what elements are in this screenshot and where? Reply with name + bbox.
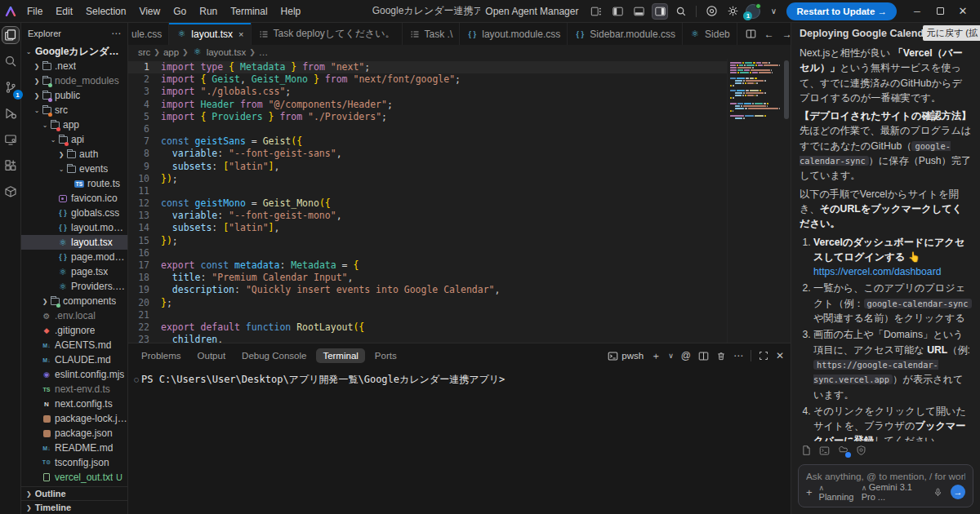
code-line-4[interactable]: 4import Header from "@/components/Header… [128,99,727,111]
terminal-dropdown-icon[interactable]: ∨ [668,352,674,360]
breadcrumb-item[interactable]: layout.tsx [207,47,247,57]
editor-tab-layout.module.css[interactable]: { }layout.module.css [460,23,568,45]
navigate-back-icon[interactable]: ← [764,29,774,40]
split-editor-icon[interactable] [746,29,756,39]
restore-button[interactable] [929,2,951,20]
new-terminal-button[interactable]: ＋ [651,349,661,363]
code-line-14[interactable]: 14subsets: ["latin"], [128,222,727,234]
feedback-icon[interactable] [703,3,719,20]
terminal-at-icon[interactable]: @ [681,350,691,361]
tree-item-globals.css[interactable]: { }globals.css [21,206,127,220]
split-terminal-icon[interactable] [698,351,709,361]
code-line-19[interactable]: 19description: "Quickly insert events in… [128,284,727,296]
chevron-down-icon[interactable]: ∨ [765,3,782,20]
breadcrumb-item[interactable]: … [259,47,269,57]
code-line-5[interactable]: 5import { Providers } from "./Providers"… [128,111,727,123]
open-agent-manager-button[interactable]: Open Agent Manager [480,4,583,19]
code-line-21[interactable]: 21 [128,309,727,321]
mic-icon[interactable] [933,487,942,498]
source-control-icon[interactable]: 1 [2,78,20,96]
tree-item-next.config.ts[interactable]: Nnext.config.ts [21,397,127,411]
editor-tab-taskdeploy[interactable]: Task deployしてください。 [252,23,403,45]
vercel-dashboard-link[interactable]: https://vercel.com/dashboard [813,266,942,277]
tree-item-api[interactable]: ⌄api [21,132,127,147]
menu-terminal[interactable]: Terminal [225,3,273,20]
maximize-panel-icon[interactable] [759,351,768,361]
toggle-secondary-sidebar-icon[interactable] [652,3,668,20]
panel-tab-problems[interactable]: Problems [135,348,188,363]
agent-chat-input[interactable]: Ask anything, @ to mention, / for workfl… [798,464,973,507]
editor-tab-sidebar.module.css[interactable]: { }Sidebar.module.css [568,23,683,45]
timeline-section[interactable]: ❯Timeline [21,500,127,514]
send-button[interactable]: → [951,485,965,499]
tree-item-.gitignore[interactable]: ◆.gitignore [21,323,127,338]
outline-section[interactable]: ❯Outline [21,486,127,500]
extensions-icon[interactable] [2,157,20,175]
restart-to-update-button[interactable]: Restart to Update → [786,2,897,20]
kill-terminal-icon[interactable] [716,351,726,361]
code-line-7[interactable]: 7const geistSans = Geist({ [128,135,727,148]
tree-item-package.json[interactable]: package.json [21,426,127,441]
toggle-primary-sidebar-icon[interactable] [609,3,626,20]
remote-explorer-icon[interactable] [2,131,20,148]
tree-item-eslint.config.mjs[interactable]: ◉eslint.config.mjs [21,367,127,382]
tree-item-app[interactable]: ⌄app [21,117,127,132]
tree-item-vercel_out.txt[interactable]: vercel_out.txtU [21,470,127,485]
code-editor[interactable]: 1import type { Metadata } from "next";2i… [128,59,727,343]
tree-item-claude.md[interactable]: M↓CLAUDE.md [21,352,127,367]
panel-tab-output[interactable]: Output [191,348,233,363]
breadcrumb[interactable]: src❯app❯⚛layout.tsx❯… [128,45,791,59]
attach-icon[interactable]: + [806,486,813,498]
explorer-icon[interactable] [2,26,20,44]
code-line-13[interactable]: 13variable: "--font-geist-mono", [128,210,727,222]
tree-item-layout.module.c...[interactable]: { }layout.module.c... [21,220,127,235]
terminal-output[interactable]: ○ PS C:\Users\User\Desktop\アプリ開発一覧\Googl… [128,368,791,514]
code-line-18[interactable]: 18title: "Premium Calendar Input", [128,272,727,284]
tree-item-page.module.css[interactable]: { }page.module.css [21,250,127,264]
close-tab-icon[interactable]: × [238,29,243,39]
editor-tab-layout.tsx[interactable]: ⚛layout.tsx× [169,23,251,45]
tree-item-package-lock.json[interactable]: package-lock.json [21,411,127,426]
editor-tab-sideb[interactable]: ⚛Sideb [683,23,737,45]
tree-item-next-env.d.ts[interactable]: TSnext-env.d.ts [21,382,127,397]
editor-tab-task.[interactable]: Task .\ [403,23,461,45]
panel-tab-terminal[interactable]: Terminal [316,348,364,363]
tree-item-google...[interactable]: ⌄Googleカレンダー連携ア... [21,44,127,59]
menu-go[interactable]: Go [167,3,192,20]
minimap[interactable] [727,59,782,343]
search-sidebar-icon[interactable] [2,52,20,70]
tree-item-page.tsx[interactable]: ⚛page.tsx [21,264,127,279]
code-line-22[interactable]: 22export default function RootLayout({ [128,321,727,334]
code-line-6[interactable]: 6 [128,123,727,135]
code-line-17[interactable]: 17export const metadata: Metadata = { [128,259,727,272]
minimize-button[interactable]: ─ [906,2,928,20]
terminal-more-icon[interactable]: ⋯ [733,350,743,361]
browser-artifact-icon[interactable] [837,445,849,456]
code-line-8[interactable]: 8variable: "--font-geist-sans", [128,148,727,160]
tree-item-src[interactable]: ⌄src [21,103,127,117]
tree-item-public[interactable]: ❯public [21,88,127,103]
panel-tab-ports[interactable]: Ports [368,348,403,363]
infrastructure-icon[interactable] [2,183,20,201]
terminal-artifact-icon[interactable] [819,445,830,456]
mode-selector[interactable]: ∧ Planning [819,482,855,502]
code-line-3[interactable]: 3import "./globals.css"; [128,86,727,98]
menu-view[interactable]: View [133,3,166,20]
file-artifact-icon[interactable] [801,445,812,456]
panel-tab-debug-console[interactable]: Debug Console [235,348,313,363]
account-avatar[interactable]: 1 [746,4,760,19]
menu-run[interactable]: Run [194,3,223,20]
code-line-11[interactable]: 11 [128,185,727,197]
tree-item-node_modules[interactable]: ❯node_modules [21,73,127,88]
tree-item-favicon.ico[interactable]: favicon.ico [21,191,127,206]
breadcrumb-item[interactable]: src [138,47,150,57]
editor-tab-ule.css[interactable]: ule.css [128,23,169,45]
run-and-debug-icon[interactable] [2,104,20,122]
code-line-10[interactable]: 10}); [128,173,727,185]
menu-selection[interactable]: Selection [80,3,131,20]
settings-gear-icon[interactable] [724,3,741,20]
explorer-more-icon[interactable]: ⋯ [111,28,121,39]
code-line-16[interactable]: 16 [128,247,727,259]
code-line-12[interactable]: 12const geistMono = Geist_Mono({ [128,197,727,210]
editor-scrollbar[interactable] [782,59,791,343]
